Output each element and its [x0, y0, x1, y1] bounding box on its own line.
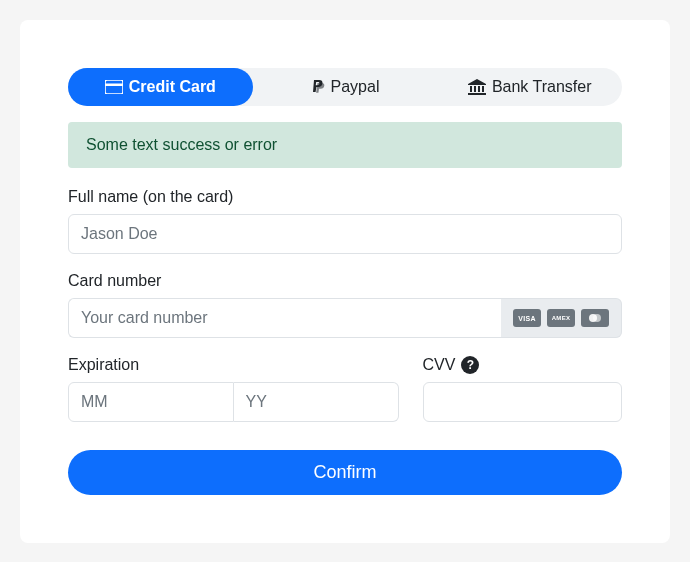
cvv-group: CVV ? [423, 356, 622, 422]
visa-icon: VISA [513, 309, 541, 327]
amex-icon: AMEX [547, 309, 575, 327]
tab-bank-transfer-label: Bank Transfer [492, 78, 592, 96]
help-icon[interactable]: ? [461, 356, 479, 374]
credit-card-icon [105, 80, 123, 94]
full-name-label: Full name (on the card) [68, 188, 622, 206]
mastercard-icon [581, 309, 609, 327]
full-name-group: Full name (on the card) [68, 188, 622, 254]
card-number-label: Card number [68, 272, 622, 290]
svg-point-3 [593, 314, 601, 322]
tab-paypal-label: Paypal [331, 78, 380, 96]
card-brands: VISA AMEX [501, 298, 622, 338]
payment-method-tabs: Credit Card Paypal Bank Transfer [68, 68, 622, 106]
bank-icon [468, 79, 486, 95]
exp-month-input[interactable] [68, 382, 234, 422]
expiration-label: Expiration [68, 356, 399, 374]
card-number-group: Card number VISA AMEX [68, 272, 622, 338]
full-name-input[interactable] [68, 214, 622, 254]
cvv-input[interactable] [423, 382, 622, 422]
expiration-group: Expiration [68, 356, 399, 422]
card-number-input[interactable] [68, 298, 501, 338]
paypal-icon [311, 79, 325, 95]
svg-rect-0 [105, 80, 123, 94]
tab-credit-card-label: Credit Card [129, 78, 216, 96]
tab-paypal[interactable]: Paypal [253, 68, 438, 106]
cvv-label: CVV [423, 356, 456, 374]
status-alert: Some text success or error [68, 122, 622, 168]
tab-bank-transfer[interactable]: Bank Transfer [437, 68, 622, 106]
confirm-button[interactable]: Confirm [68, 450, 622, 495]
tab-credit-card[interactable]: Credit Card [68, 68, 253, 106]
payment-card: Credit Card Paypal Bank Transfer Some te… [20, 20, 670, 543]
status-alert-text: Some text success or error [86, 136, 277, 153]
exp-year-input[interactable] [234, 382, 399, 422]
svg-rect-1 [105, 84, 123, 87]
